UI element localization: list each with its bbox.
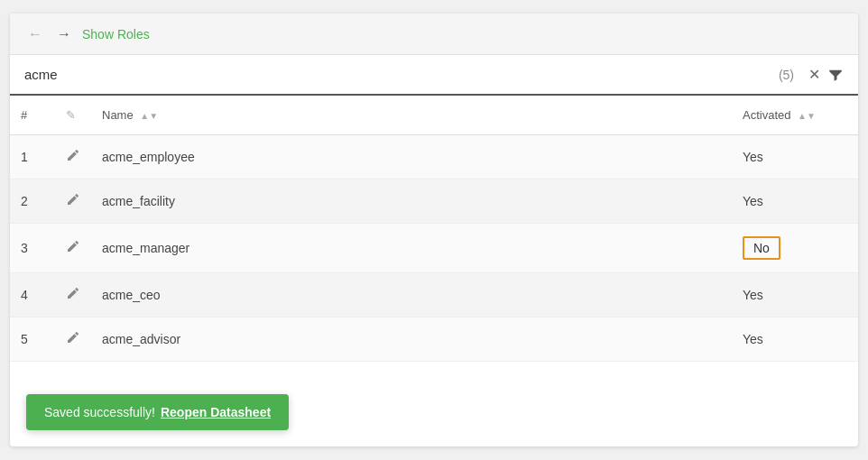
activated-no-badge[interactable]: No: [743, 236, 780, 260]
table-body: 1acme_employeeYes2acme_facilityYes3acme_…: [10, 135, 858, 362]
cell-num: 4: [10, 273, 55, 317]
table-header-row: # ✎ Name ▲▼ Activated ▲▼: [10, 96, 858, 135]
edit-icon[interactable]: [55, 317, 91, 362]
show-roles-link[interactable]: Show Roles: [82, 27, 150, 41]
search-bar: (5) ✕: [10, 55, 858, 96]
cell-activated: Yes: [732, 317, 858, 362]
cell-num: 2: [10, 179, 55, 224]
cell-num: 5: [10, 317, 55, 362]
col-header-name: Name ▲▼: [91, 96, 732, 135]
edit-icon[interactable]: [55, 179, 91, 224]
search-input[interactable]: [24, 67, 771, 82]
cell-name: acme_advisor: [91, 317, 732, 362]
col-header-num: #: [10, 96, 55, 135]
cell-name: acme_employee: [91, 135, 732, 179]
cell-num: 3: [10, 224, 55, 273]
data-table: # ✎ Name ▲▼ Activated ▲▼ 1acme_emp: [10, 96, 858, 362]
table-row: 2acme_facilityYes: [10, 179, 858, 224]
table-row: 5acme_advisorYes: [10, 317, 858, 362]
edit-icon[interactable]: [55, 224, 91, 273]
table-row: 4acme_ceoYes: [10, 273, 858, 317]
cell-activated: Yes: [732, 179, 858, 224]
clear-icon[interactable]: ✕: [808, 66, 820, 83]
toast-message: Saved successfully!: [44, 405, 155, 419]
cell-activated: Yes: [732, 135, 858, 179]
activated-sort-icon[interactable]: ▲▼: [798, 112, 816, 121]
col-header-activated: Activated ▲▼: [732, 96, 858, 135]
cell-name: acme_manager: [91, 224, 732, 273]
cell-activated: Yes: [732, 273, 858, 317]
name-sort-icon[interactable]: ▲▼: [140, 112, 158, 121]
cell-activated[interactable]: No: [732, 224, 858, 273]
cell-num: 1: [10, 135, 55, 179]
reopen-datasheet-link[interactable]: Reopen Datasheet: [161, 405, 271, 419]
edit-icon[interactable]: [55, 273, 91, 317]
col-header-edit: ✎: [55, 96, 91, 135]
table-row: 3acme_managerNo: [10, 224, 858, 273]
toast-notification: Saved successfully! Reopen Datasheet: [26, 394, 289, 430]
top-nav: ← → Show Roles: [10, 14, 858, 55]
result-count: (5): [779, 68, 794, 82]
cell-name: acme_ceo: [91, 273, 732, 317]
cell-name: acme_facility: [91, 179, 732, 224]
forward-arrow-icon[interactable]: →: [53, 23, 75, 45]
table-row: 1acme_employeeYes: [10, 135, 858, 179]
main-container: ← → Show Roles (5) ✕ # ✎: [10, 14, 858, 446]
edit-icon[interactable]: [55, 135, 91, 179]
back-arrow-icon[interactable]: ←: [24, 23, 46, 45]
filter-icon[interactable]: [827, 67, 844, 83]
